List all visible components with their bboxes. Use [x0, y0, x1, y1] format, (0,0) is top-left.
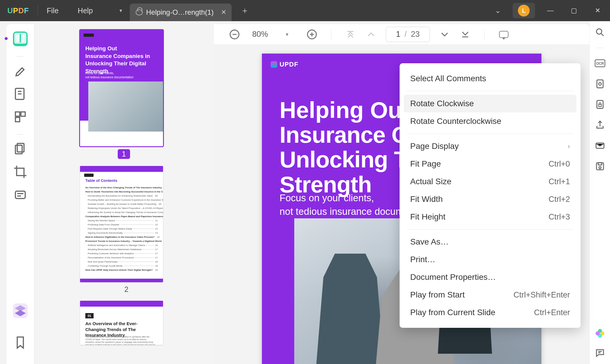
thumb-logo [84, 34, 94, 37]
svg-point-19 [599, 167, 601, 169]
ctx-print[interactable]: Print… [404, 251, 576, 268]
zoom-in-button[interactable] [306, 29, 318, 40]
zoom-value: 80% [252, 30, 268, 39]
svg-rect-2 [15, 112, 20, 116]
document-tab[interactable]: Helping-O…rength(1) ✕ [130, 4, 232, 21]
first-page-button[interactable] [345, 29, 356, 40]
redact-icon [13, 187, 28, 202]
ctx-fit-width[interactable]: Fit WidthCtrl+2 [404, 190, 576, 208]
maximize-button[interactable]: ▢ [566, 7, 582, 14]
plus-circle-icon [306, 29, 318, 40]
right-tool-rail: OCR [589, 21, 610, 364]
svg-rect-15 [599, 104, 601, 107]
pen-page-icon [13, 87, 28, 101]
ctx-play-from-start[interactable]: Play from StartCtrl+Shift+Enter [404, 286, 576, 304]
zoom-dropdown-icon[interactable]: ▾ [286, 31, 288, 38]
toc-title: Table of Contents [85, 178, 117, 183]
search-button[interactable] [595, 27, 605, 38]
close-window-button[interactable]: ✕ [589, 7, 606, 14]
thumbnail-image: 01 An Overview of the Ever-Changing Tren… [80, 301, 163, 345]
menu-file[interactable]: File [47, 6, 59, 15]
redact-button[interactable] [13, 187, 28, 202]
ctx-fit-page[interactable]: Fit PageCtrl+0 [404, 155, 576, 173]
svg-rect-6 [15, 145, 22, 154]
page-grid-icon [13, 109, 28, 124]
total-pages: 23 [411, 30, 420, 39]
title-bar: UPDF File Help ▾ Helping-O…rength(1) ✕ ＋… [0, 0, 610, 21]
save-icon [595, 161, 605, 172]
edit-pdf-button[interactable] [13, 87, 28, 101]
separator [484, 29, 485, 39]
ocr-icon: OCR [595, 58, 605, 69]
shortcut-label: Ctrl+Shift+Enter [513, 290, 570, 300]
protect-button[interactable] [595, 99, 605, 110]
user-avatar[interactable]: L [518, 5, 530, 16]
thumbnail-page-1[interactable]: Helping Out Insurance Companies in Unloc… [80, 30, 173, 159]
layers-icon [13, 303, 28, 318]
ocr-button[interactable]: OCR [595, 58, 605, 69]
thumbnail-page-2[interactable]: Table of Contents An Overview of the Eve… [80, 166, 173, 294]
ctx-rotate-counterclockwise[interactable]: Rotate Counterclockwise [404, 112, 576, 130]
comments-button[interactable] [595, 348, 605, 358]
thumb-title: Helping Out Insurance Companies in Unloc… [85, 45, 163, 75]
avatar-container[interactable]: L [513, 3, 535, 18]
presentation-icon [499, 31, 508, 38]
ctx-actual-size[interactable]: Actual SizeCtrl+1 [404, 173, 576, 190]
account-dropdown-icon[interactable]: ⌄ [491, 6, 505, 15]
tab-list-dropdown[interactable]: ▾ [112, 2, 130, 19]
zoom-out-button[interactable] [229, 29, 240, 40]
bookmarks-button[interactable] [13, 335, 28, 350]
present-button[interactable] [498, 29, 510, 40]
chevron-down-icon [439, 29, 451, 40]
page-number-input[interactable]: 1 / 23 [386, 27, 430, 42]
share-button[interactable] [595, 120, 605, 130]
thumbnail-number: 1 [118, 149, 130, 159]
shortcut-label: Ctrl+0 [548, 159, 570, 169]
save-button[interactable] [595, 161, 605, 172]
thumbnail-image: Table of Contents An Overview of the Eve… [80, 166, 163, 282]
lock-page-icon [595, 99, 605, 110]
shortcut-label: Ctrl+2 [548, 195, 570, 204]
page-separator: / [405, 30, 407, 39]
shortcut-label: Ctrl+Enter [534, 308, 570, 317]
svg-point-10 [596, 29, 602, 34]
svg-rect-13 [597, 80, 603, 88]
thumbnails-panel[interactable]: Helping Out Insurance Companies in Unloc… [34, 21, 214, 364]
ctx-play-from-current[interactable]: Play from Current SlideCtrl+Enter [404, 304, 576, 321]
highlighter-icon [13, 64, 28, 78]
shortcut-label: Ctrl+3 [548, 212, 570, 222]
new-tab-button[interactable]: ＋ [239, 5, 251, 16]
email-button[interactable] [595, 140, 605, 151]
doc-logo: UPDF [271, 61, 298, 68]
left-tool-rail [6, 24, 34, 364]
separator [38, 6, 38, 16]
bookmark-icon [13, 335, 28, 350]
ctx-document-properties[interactable]: Document Properties… [404, 268, 576, 286]
page-tools-button[interactable] [13, 109, 28, 124]
crop-button[interactable] [13, 164, 28, 179]
highlighter-button[interactable] [13, 64, 28, 78]
reader-mode-button[interactable] [13, 31, 28, 46]
svg-rect-18 [598, 163, 602, 165]
organize-pages-button[interactable] [13, 142, 28, 156]
ctx-save-as[interactable]: Save As… [404, 233, 576, 251]
next-page-button[interactable] [439, 29, 451, 40]
menu-help[interactable]: Help [78, 6, 93, 15]
ai-assistant-button[interactable] [595, 328, 605, 339]
ctx-fit-height[interactable]: Fit HeightCtrl+3 [404, 208, 576, 226]
ctx-select-all-comments[interactable]: Select All Comments [404, 70, 576, 87]
layers-button[interactable] [13, 303, 28, 318]
prev-page-button[interactable] [365, 29, 377, 40]
svg-rect-7 [15, 191, 25, 199]
ctx-page-display[interactable]: Page Display› [404, 137, 576, 155]
minus-circle-icon [229, 29, 240, 40]
convert-button[interactable] [595, 79, 605, 89]
ctx-rotate-clockwise[interactable]: Rotate Clockwise [404, 95, 576, 112]
close-tab-icon[interactable]: ✕ [221, 9, 226, 16]
cloud-icon [136, 9, 143, 15]
thumbnail-page-3[interactable]: 01 An Overview of the Ever-Changing Tren… [80, 301, 173, 345]
minimize-button[interactable]: — [542, 7, 559, 14]
viewer-toolbar: 80% ▾ 1 / 23 [214, 24, 589, 45]
thumb-subtitle: Focus on your clients, not tedious insur… [85, 71, 133, 79]
last-page-button[interactable] [459, 29, 471, 40]
